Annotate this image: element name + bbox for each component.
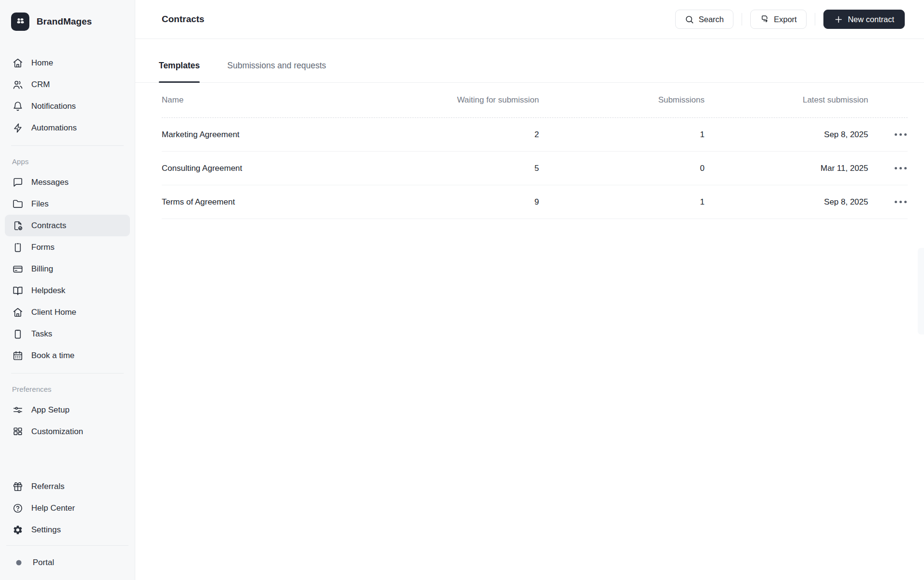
table-row[interactable]: Marketing Agreement 2 1 Sep 8, 2025 [162, 118, 908, 152]
sidebar-item-tasks[interactable]: Tasks [5, 323, 130, 345]
sidebar-item-referrals[interactable]: Referrals [5, 476, 130, 497]
portal-section: Portal [6, 545, 128, 580]
sidebar-item-label: Client Home [31, 308, 77, 317]
help-circle-icon [12, 503, 23, 514]
chat-bubble-icon [12, 177, 23, 188]
sidebar-item-portal[interactable]: Portal [6, 552, 128, 573]
open-book-icon [12, 285, 23, 296]
sidebar-item-customization[interactable]: Customization [5, 421, 130, 442]
sidebar-nav: Home CRM Notifications [5, 52, 130, 442]
sidebar-item-label: Files [31, 199, 49, 209]
sliders-icon [12, 404, 23, 415]
table-row[interactable]: Consulting Agreement 5 0 Mar 11, 2025 [162, 152, 908, 185]
gift-icon [12, 481, 23, 492]
topbar: Contracts Search [135, 0, 924, 39]
row-actions [868, 198, 908, 206]
sidebar-item-helpdesk[interactable]: Helpdesk [5, 280, 130, 301]
calendar-icon [12, 350, 23, 361]
sidebar-item-label: Book a time [31, 351, 75, 361]
toolbar-divider [815, 13, 815, 26]
column-header-submissions: Submissions [539, 95, 705, 105]
column-header-waiting: Waiting for submission [424, 95, 539, 105]
submissions-count: 1 [539, 197, 705, 207]
main-area: Contracts Search [135, 0, 924, 580]
brand-name: BrandMages [37, 16, 92, 27]
contract-check-icon [12, 220, 23, 231]
search-button[interactable]: Search [675, 10, 733, 29]
new-contract-button[interactable]: New contract [823, 10, 905, 29]
sidebar-item-forms[interactable]: Forms [5, 236, 130, 258]
search-icon [685, 15, 694, 24]
sidebar-item-label: CRM [31, 80, 50, 90]
sidebar-item-label: Automations [31, 123, 77, 133]
sidebar-item-label: Referrals [31, 482, 64, 491]
sidebar-item-label: Customization [31, 427, 83, 437]
toolbar-divider [742, 13, 742, 26]
table-row[interactable]: Terms of Agreement 9 1 Sep 8, 2025 [162, 185, 908, 219]
table-header-row: Name Waiting for submission Submissions … [162, 83, 908, 118]
dot-icon [13, 557, 25, 568]
sidebar-item-label: Notifications [31, 102, 76, 111]
export-button[interactable]: Export [750, 10, 807, 29]
sidebar-bottom-nav: Referrals Help Center Settings [5, 476, 130, 580]
latest-submission-date: Sep 8, 2025 [705, 130, 868, 140]
brand[interactable]: BrandMages [5, 12, 130, 33]
export-icon [760, 15, 769, 24]
sidebar-item-settings[interactable]: Settings [5, 519, 130, 541]
sidebar-item-files[interactable]: Files [5, 193, 130, 215]
row-actions [868, 164, 908, 172]
topbar-actions: Search Export [675, 10, 905, 29]
submissions-count: 1 [539, 130, 705, 140]
waiting-count: 9 [424, 197, 539, 207]
tab-submissions-and-requests[interactable]: Submissions and requests [227, 61, 326, 82]
waiting-count: 5 [424, 164, 539, 173]
house-icon [12, 307, 23, 318]
tab-templates[interactable]: Templates [159, 61, 200, 82]
row-actions [868, 130, 908, 139]
sidebar-item-billing[interactable]: Billing [5, 258, 130, 280]
row-menu-button[interactable] [894, 130, 908, 139]
clipboard-icon [12, 242, 23, 253]
plus-icon [834, 15, 843, 24]
sidebar-item-label: Contracts [31, 221, 66, 231]
credit-card-icon [12, 263, 23, 274]
sidebar-item-help-center[interactable]: Help Center [5, 497, 130, 519]
template-name[interactable]: Consulting Agreement [162, 164, 424, 173]
sidebar-item-book-a-time[interactable]: Book a time [5, 345, 130, 366]
new-contract-button-label: New contract [848, 15, 894, 24]
row-menu-button[interactable] [894, 198, 908, 206]
sidebar-item-automations[interactable]: Automations [5, 117, 130, 139]
sidebar-item-crm[interactable]: CRM [5, 74, 130, 95]
sidebar-item-app-setup[interactable]: App Setup [5, 399, 130, 421]
sidebar-item-label: Helpdesk [31, 286, 65, 296]
sidebar-spacer [5, 442, 130, 476]
sidebar-item-messages[interactable]: Messages [5, 171, 130, 193]
sidebar-item-label: Settings [31, 525, 61, 535]
sidebar-item-contracts[interactable]: Contracts [5, 215, 130, 236]
home-icon [12, 57, 23, 68]
sidebar: BrandMages Home CRM [0, 0, 135, 580]
template-name[interactable]: Marketing Agreement [162, 130, 424, 140]
users-icon [12, 79, 23, 90]
sidebar-item-label: Tasks [31, 329, 52, 339]
sidebar-section-preferences: Preferences [5, 380, 130, 399]
submissions-count: 0 [539, 164, 705, 173]
scrollbar-thumb[interactable] [918, 248, 924, 335]
waiting-count: 2 [424, 130, 539, 140]
grid-icon [12, 426, 23, 437]
sidebar-item-home[interactable]: Home [5, 52, 130, 74]
template-name[interactable]: Terms of Agreement [162, 197, 424, 207]
sidebar-item-notifications[interactable]: Notifications [5, 95, 130, 117]
column-header-latest: Latest submission [705, 95, 868, 105]
latest-submission-date: Sep 8, 2025 [705, 197, 868, 207]
row-menu-button[interactable] [894, 164, 908, 172]
sidebar-item-label: Portal [33, 558, 54, 567]
zap-icon [12, 122, 23, 133]
page-title: Contracts [162, 14, 205, 25]
bell-icon [12, 101, 23, 112]
sidebar-divider [11, 373, 124, 374]
gear-icon [12, 524, 23, 535]
export-button-label: Export [774, 15, 797, 24]
sidebar-item-client-home[interactable]: Client Home [5, 301, 130, 323]
sidebar-item-label: App Setup [31, 405, 69, 415]
